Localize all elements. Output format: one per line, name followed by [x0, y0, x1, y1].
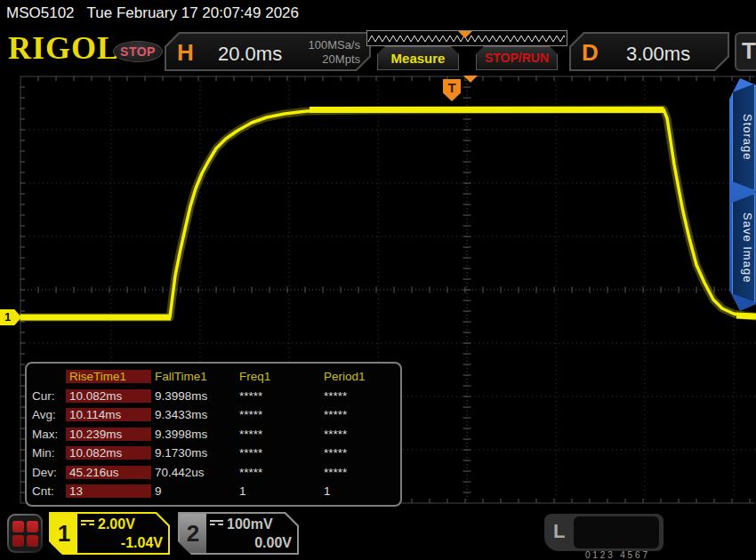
oscilloscope-screen: MSO5102 Tue February 17 20:07:49 2026 RI…	[0, 0, 756, 560]
channel2-badge[interactable]: 2 100mV 0.00V	[178, 512, 299, 555]
memory-depth: 20Mpts	[308, 52, 360, 67]
measurement-value: 1	[236, 484, 320, 498]
measurement-value: *****	[320, 446, 404, 460]
h-scale-value: 20.0ms	[218, 43, 282, 66]
channel1-scale: 2.00V	[98, 516, 135, 532]
d-label: D	[582, 39, 599, 67]
channel2-number: 2	[180, 514, 206, 553]
measurement-column-header: FallTime1	[151, 370, 236, 383]
waveform-display: T 1 Storage Save Image RiseTime1FallTime…	[0, 76, 756, 507]
measurement-value: *****	[320, 428, 404, 441]
measurement-value: 10.082ms	[66, 389, 151, 403]
memory-position-bar	[366, 30, 567, 46]
measurement-value: 9.1730ms	[151, 446, 236, 460]
channel1-badge[interactable]: 1 2.00V -1.04V	[49, 512, 170, 555]
channel2-offset: 0.00V	[210, 533, 292, 552]
grid-menu-icon	[9, 516, 41, 551]
channel1-offset: -1.04V	[81, 533, 163, 552]
measurement-value: *****	[320, 389, 404, 403]
measurement-value: 70.442us	[151, 466, 236, 479]
channel1-number: 1	[51, 514, 77, 553]
measurement-value: 10.114ms	[66, 408, 151, 421]
delay-panel[interactable]: D 3.00ms	[569, 32, 729, 71]
measurement-value: *****	[236, 446, 320, 460]
datetime: Tue February 17 20:07:49 2026	[87, 4, 299, 22]
top-info-bar: MSO5102 Tue February 17 20:07:49 2026	[0, 0, 756, 27]
measurement-row-label: Max:	[28, 428, 66, 441]
sample-rate: 100MSa/s	[308, 38, 360, 52]
memory-position-marker-icon	[458, 31, 472, 38]
measurement-value: 9.3998ms	[151, 389, 236, 403]
measurement-value: 45.216us	[66, 466, 151, 479]
measurement-table: RiseTime1FallTime1Freq1Period1Cur:10.082…	[25, 362, 402, 507]
measurement-column-header: Freq1	[236, 370, 320, 383]
model-name: MSO5102	[6, 4, 75, 22]
header-bar: RIGOL STOP H 20.0ms 100MSa/s 20Mpts Meas…	[0, 27, 756, 76]
measurement-value: 1	[320, 484, 404, 498]
bottom-bar: 1 2.00V -1.04V 2 100mV 0.00V L 0 1 2 3 4…	[0, 507, 756, 560]
logic-label: L	[553, 520, 565, 543]
measurement-value: 9.3998ms	[151, 428, 236, 441]
logic-channel-numbers: 0 1 2 3 4 5 6 7 8 9 10 11 12 13 14 15	[574, 516, 659, 548]
measurement-value: *****	[236, 466, 320, 479]
measurement-row-label: Dev:	[28, 466, 66, 479]
measurement-value: *****	[236, 428, 320, 441]
dc-coupling-icon	[81, 520, 94, 528]
measurement-value: 13	[66, 484, 151, 498]
grid-menu-button[interactable]	[7, 514, 43, 553]
h-label: H	[177, 39, 194, 67]
logic-analyzer-badge[interactable]: L 0 1 2 3 4 5 6 7 8 9 10 11 12 13 14 15	[544, 514, 664, 551]
measurement-column-header: Period1	[320, 370, 404, 383]
rigol-logo: RIGOL	[8, 29, 119, 67]
channel2-scale: 100mV	[227, 516, 273, 532]
measurement-row-label: Cur:	[28, 389, 66, 403]
side-menu-strip: Storage Save Image	[729, 78, 756, 311]
measurement-value: *****	[236, 389, 320, 403]
stop-run-button[interactable]: STOP/RUN	[476, 46, 558, 70]
measure-button[interactable]: Measure	[377, 46, 459, 70]
measurement-row-label: Avg:	[28, 408, 66, 421]
measurement-column-header: RiseTime1	[66, 370, 151, 383]
measurement-row-label: Min:	[28, 446, 66, 460]
measurement-value: *****	[236, 408, 320, 421]
dc-coupling-icon	[210, 520, 223, 528]
tab-save-image[interactable]: Save Image	[732, 194, 755, 302]
trigger-position-icon	[463, 76, 478, 83]
measurement-value: 9.3433ms	[151, 408, 236, 421]
sample-rate-block: 100MSa/s 20Mpts	[308, 38, 360, 67]
d-value: 3.00ms	[626, 43, 690, 66]
trigger-panel[interactable]: T	[735, 32, 756, 71]
measurement-value: *****	[320, 466, 404, 479]
run-state-badge: STOP	[113, 41, 163, 62]
measurement-value: *****	[320, 408, 404, 421]
horizontal-panel[interactable]: H 20.0ms 100MSa/s 20Mpts	[165, 32, 371, 71]
measurement-value: 10.082ms	[66, 446, 151, 460]
measurement-value: 9	[151, 484, 236, 498]
measurement-value: 10.239ms	[66, 428, 151, 441]
tab-storage[interactable]: Storage	[732, 84, 755, 190]
measurement-row-label: Cnt:	[28, 484, 66, 498]
